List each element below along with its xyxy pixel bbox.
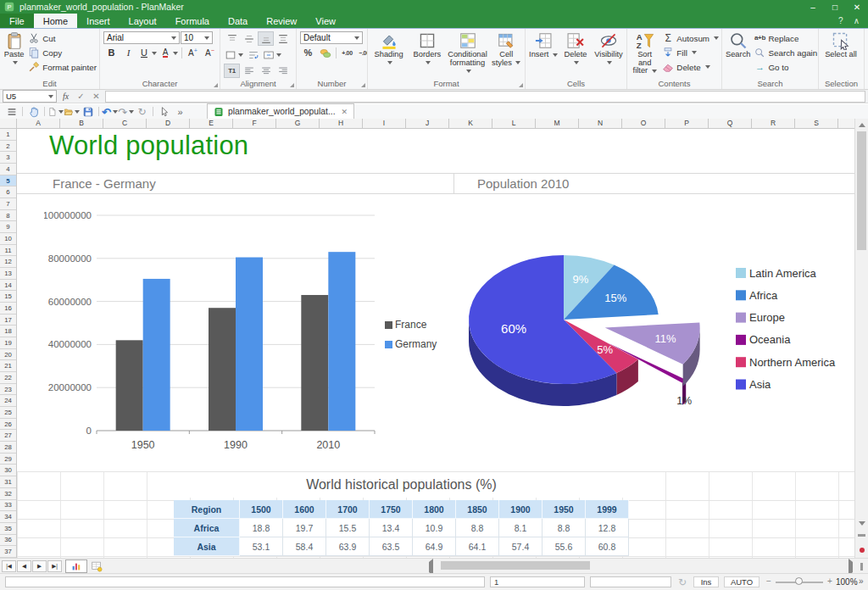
- delete-contents-button[interactable]: Delete: [662, 60, 719, 74]
- percent-button[interactable]: %: [300, 46, 316, 60]
- font-color-button[interactable]: A: [159, 46, 179, 60]
- menu-button[interactable]: [3, 105, 19, 119]
- align-left-button[interactable]: [241, 64, 257, 78]
- pie-chart[interactable]: 9%15%11%1%5%60%Latin AmericaAfricaEurope…: [424, 200, 848, 470]
- dialog-launcher-icon[interactable]: [290, 83, 294, 87]
- row-header-35[interactable]: 35: [0, 523, 16, 535]
- vertical-fill-button[interactable]: [275, 31, 291, 46]
- column-header-R[interactable]: R: [752, 119, 795, 128]
- row-header-17[interactable]: 17: [0, 314, 16, 326]
- row-header-4[interactable]: 4: [0, 164, 16, 175]
- column-header-O[interactable]: O: [622, 119, 665, 128]
- scroll-right-icon[interactable]: [849, 562, 853, 572]
- number-format-select[interactable]: Default: [300, 31, 363, 44]
- paste-button[interactable]: Paste: [3, 31, 25, 67]
- vertical-scroll-thumb[interactable]: [857, 131, 866, 250]
- document-tab[interactable]: planmaker_world_populat... ✕: [207, 103, 354, 119]
- italic-button[interactable]: I: [120, 46, 136, 60]
- column-header-A[interactable]: A: [17, 119, 60, 128]
- shading-button[interactable]: Shading: [371, 31, 406, 67]
- close-document-icon[interactable]: ✕: [342, 108, 348, 116]
- zoom-in-button[interactable]: +: [827, 576, 832, 586]
- horizontal-scroll-thumb[interactable]: [441, 561, 590, 570]
- calc-mode-indicator[interactable]: AUTO: [724, 576, 760, 587]
- collapse-ribbon-button[interactable]: ∧: [854, 16, 860, 25]
- remove-decimal-button[interactable]: −.00: [356, 46, 368, 60]
- fx-icon[interactable]: fx: [59, 90, 72, 103]
- row-header-37[interactable]: 37: [0, 546, 16, 558]
- close-button[interactable]: ✕: [846, 0, 868, 14]
- prev-sheet-button[interactable]: ◀: [17, 560, 31, 572]
- status-overflow-button[interactable]: »: [859, 576, 864, 586]
- row-header-29[interactable]: 29: [0, 454, 16, 465]
- pane-split-handle[interactable]: [856, 561, 866, 571]
- row-header-7[interactable]: 7: [0, 198, 16, 210]
- search-button[interactable]: Search: [726, 31, 750, 59]
- open-button[interactable]: [64, 105, 80, 119]
- column-header-K[interactable]: K: [449, 119, 492, 128]
- column-header-S[interactable]: S: [795, 119, 838, 128]
- menu-tab-insert[interactable]: Insert: [77, 14, 120, 28]
- new-document-button[interactable]: [47, 105, 64, 119]
- menu-tab-layout[interactable]: Layout: [120, 14, 166, 28]
- row-header-19[interactable]: 19: [0, 337, 16, 349]
- cut-button[interactable]: Cut: [28, 31, 97, 45]
- row-header-21[interactable]: 21: [0, 360, 16, 372]
- row-header-27[interactable]: 27: [0, 430, 16, 442]
- row-header-31[interactable]: 31: [0, 476, 16, 488]
- formula-input[interactable]: [105, 91, 865, 103]
- align-middle-button[interactable]: [241, 31, 257, 46]
- row-header-28[interactable]: 28: [0, 442, 16, 454]
- align-bottom-button[interactable]: [258, 31, 274, 46]
- help-button[interactable]: ?: [838, 16, 843, 25]
- delete-cells-button[interactable]: Delete: [561, 31, 590, 67]
- column-header-C[interactable]: C: [103, 119, 147, 128]
- next-sheet-button[interactable]: ▶: [32, 560, 47, 572]
- row-header-30[interactable]: 30: [0, 465, 16, 476]
- fill-button[interactable]: Fill: [662, 46, 719, 59]
- insert-cells-button[interactable]: Insert: [529, 31, 558, 59]
- sort-filter-button[interactable]: AZSort and filter: [631, 31, 659, 75]
- save-button[interactable]: [80, 105, 96, 119]
- row-header-5[interactable]: 5: [0, 175, 16, 187]
- menu-tab-view[interactable]: View: [306, 14, 345, 28]
- search-again-button[interactable]: Search again: [754, 46, 817, 59]
- goto-button[interactable]: →Go to: [754, 60, 817, 74]
- row-header-6[interactable]: 6: [0, 186, 16, 198]
- zoom-out-button[interactable]: −: [766, 576, 771, 586]
- undo-button[interactable]: ↶: [102, 105, 118, 119]
- align-right-button[interactable]: [275, 64, 291, 78]
- column-header-D[interactable]: D: [147, 119, 190, 128]
- minimize-button[interactable]: –: [802, 0, 824, 14]
- menu-tab-formula[interactable]: Formula: [166, 14, 219, 28]
- column-header-B[interactable]: B: [60, 119, 103, 128]
- column-header-L[interactable]: L: [492, 119, 536, 128]
- column-header-partial[interactable]: [838, 119, 854, 128]
- zoom-slider-knob[interactable]: [795, 577, 803, 585]
- conditional-formatting-button[interactable]: Conditional formatting: [448, 31, 487, 75]
- row-header-23[interactable]: 23: [0, 384, 16, 396]
- row-header-10[interactable]: 10: [0, 233, 16, 245]
- column-header-J[interactable]: J: [406, 119, 449, 128]
- row-header-18[interactable]: 18: [0, 326, 16, 337]
- last-sheet-button[interactable]: ▶|: [47, 560, 62, 572]
- column-header-Q[interactable]: Q: [709, 119, 752, 128]
- scroll-up-icon[interactable]: [855, 119, 868, 131]
- wrap-text-button[interactable]: [245, 47, 261, 62]
- select-mode-button[interactable]: [156, 105, 172, 119]
- dialog-launcher-icon[interactable]: [519, 83, 523, 87]
- align-center-button[interactable]: [258, 64, 274, 78]
- menu-tab-file[interactable]: File: [0, 14, 34, 28]
- shrink-font-button[interactable]: A−: [202, 46, 218, 60]
- column-header-G[interactable]: G: [276, 119, 320, 128]
- column-header-F[interactable]: F: [233, 119, 276, 128]
- row-header-15[interactable]: 15: [0, 291, 16, 303]
- grow-font-button[interactable]: A+: [185, 46, 201, 60]
- overflow-button[interactable]: »: [172, 105, 188, 119]
- column-header-N[interactable]: N: [579, 119, 622, 128]
- font-size-select[interactable]: 10: [181, 31, 213, 44]
- merge-cells-button[interactable]: [262, 47, 282, 62]
- visibility-button[interactable]: Visibility: [593, 31, 624, 67]
- add-decimal-button[interactable]: +.00: [339, 46, 355, 60]
- column-header-E[interactable]: E: [190, 119, 233, 128]
